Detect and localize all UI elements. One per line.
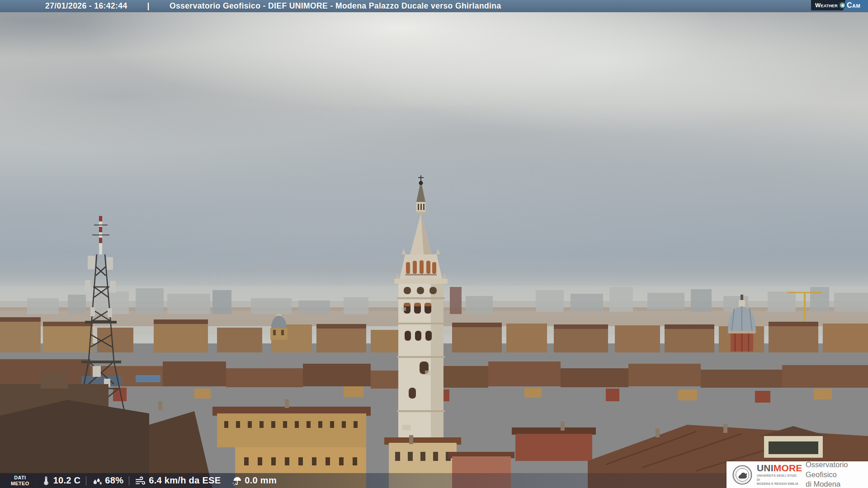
separator: |	[147, 1, 150, 11]
divider	[86, 476, 86, 485]
wind-icon	[135, 476, 146, 486]
unimore-more: MORE	[774, 463, 802, 473]
meteo-label: DATI METEO	[11, 475, 29, 486]
thermometer-icon	[41, 476, 51, 486]
university-seal-icon	[732, 465, 752, 485]
humidity-value: 68%	[105, 475, 123, 486]
ghirlandina-tower	[394, 175, 448, 461]
temperature-reading: 10.2 C	[41, 475, 81, 486]
title-bar: 27/01/2026 - 16:42:44 | Osservatorio Geo…	[0, 0, 868, 12]
umbrella-rain-icon	[231, 476, 242, 486]
rain-reading: 0.0 mm	[231, 475, 277, 486]
unimore-subtitle-1: UNIVERSITÀ DEGLI STUDI DI	[757, 474, 800, 482]
unimore-logo-box: UNIMORE UNIVERSITÀ DEGLI STUDI DI MODENA…	[726, 461, 868, 488]
webcam-view: 27/01/2026 - 16:42:44 | Osservatorio Geo…	[0, 0, 868, 488]
wind-value: 6.4 km/h da ESE	[149, 475, 221, 486]
weathercam-lens-icon	[839, 2, 846, 9]
camera-title: Osservatorio Geofisico - DIEF UNIMORE - …	[170, 1, 501, 11]
unimore-uni: UNI	[757, 463, 774, 473]
observatory-name: Osservatorio Geofisico di Modena	[806, 460, 868, 488]
city-skyline	[0, 172, 868, 488]
city-photo	[0, 0, 868, 488]
unimore-subtitle-2: MODENA E REGGIO EMILIA	[757, 482, 800, 486]
weathercam-word-cam: Cam	[847, 1, 860, 9]
divider	[129, 476, 129, 485]
unimore-wordmark: UNIMORE UNIVERSITÀ DEGLI STUDI DI MODENA…	[757, 463, 800, 486]
weathercam-logo: Weather Cam	[811, 0, 868, 10]
humidity-reading: 68%	[92, 475, 123, 486]
wind-reading: 6.4 km/h da ESE	[135, 475, 221, 486]
weathercam-word-weather: Weather	[815, 2, 838, 9]
temperature-value: 10.2 C	[53, 475, 81, 486]
timestamp: 27/01/2026 - 16:42:44	[45, 1, 127, 11]
droplets-icon	[92, 476, 103, 486]
rain-value: 0.0 mm	[245, 475, 277, 486]
